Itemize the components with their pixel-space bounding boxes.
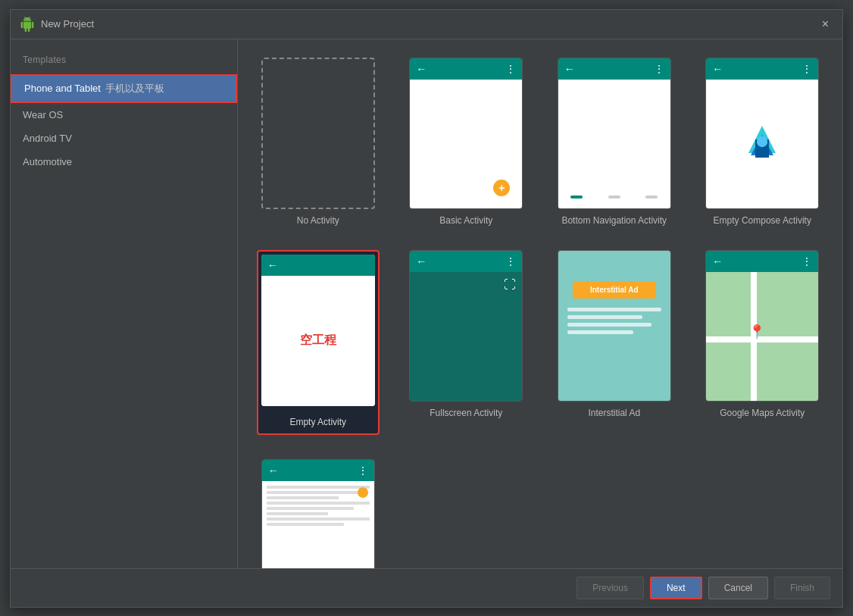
wear-os-label: Wear OS — [23, 109, 63, 120]
automotive-label: Automotive — [23, 156, 72, 167]
empty-top-bar: ← — [261, 255, 375, 276]
template-basic-activity[interactable]: ← ⋮ + Basic Activity — [398, 52, 535, 232]
interstitial-line-3 — [567, 323, 652, 327]
phone-tablet-label: Phone and Tablet — [24, 83, 101, 94]
interstitial-line-1 — [567, 308, 661, 311]
template-google-maps[interactable]: ← ⋮ 📍 Google Maps Activity — [695, 244, 831, 441]
scrolling-dots-icon: ⋮ — [358, 464, 368, 477]
bnav-top-bar: ← ⋮ — [558, 58, 670, 80]
fullscreen-dots-icon: ⋮ — [505, 255, 516, 267]
interstitial-lines — [567, 308, 661, 338]
next-button[interactable]: Next — [650, 577, 702, 599]
bnav-back-icon: ← — [564, 63, 575, 75]
cancel-button[interactable]: Cancel — [708, 577, 768, 599]
basic-body: + — [410, 80, 522, 208]
sidebar-item-phone-tablet-inner: Phone and Tablet 手机以及平板 — [24, 82, 164, 95]
phone-tablet-chinese: 手机以及平板 — [105, 82, 164, 95]
sidebar-item-automotive[interactable]: Automotive — [11, 150, 237, 174]
scroll-line-3 — [267, 496, 339, 499]
compose-top-bar: ← ⋮ — [706, 58, 818, 80]
compose-logo-icon — [739, 121, 785, 167]
previous-button[interactable]: Previous — [576, 577, 644, 599]
sidebar-item-android-tv[interactable]: Android TV — [11, 127, 237, 150]
sidebar-section-title: Templates — [11, 52, 237, 74]
basic-activity-label: Basic Activity — [439, 215, 492, 226]
empty-activity-preview: ← 空工程 — [261, 255, 375, 406]
android-icon — [20, 17, 35, 32]
maps-top-bar: ← ⋮ — [706, 251, 818, 272]
finish-button[interactable]: Finish — [774, 577, 830, 599]
no-activity-preview — [261, 58, 375, 209]
main-content: Templates Phone and Tablet 手机以及平板 Wear O… — [11, 39, 842, 568]
fullscreen-label: Fullscreen Activity — [430, 408, 502, 418]
sidebar-item-phone-tablet[interactable]: Phone and Tablet 手机以及平板 — [11, 74, 237, 103]
fullscreen-body: ⛶ — [410, 272, 522, 401]
new-project-dialog: New Project × Templates Phone and Tablet… — [10, 9, 843, 608]
empty-compose-preview: ← ⋮ — [705, 58, 819, 209]
scrolling-preview: ← ⋮ — [261, 459, 375, 568]
maps-label: Google Maps Activity — [720, 408, 805, 418]
maps-preview: ← ⋮ 📍 — [705, 250, 819, 402]
bottom-nav-preview: ← ⋮ — [558, 58, 671, 209]
interstitial-label: Interstitial Ad — [588, 408, 640, 418]
interstitial-banner: Interstitial Ad — [573, 281, 656, 299]
bnav-diagonal — [558, 80, 670, 186]
empty-activity-chinese-text: 空工程 — [300, 333, 336, 349]
title-bar: New Project × — [11, 10, 842, 39]
fab-icon: + — [493, 180, 510, 196]
basic-top-bar: ← ⋮ — [410, 58, 522, 80]
templates-grid: No Activity ← ⋮ + Basic Activity — [250, 52, 830, 568]
scrolling-fab — [358, 487, 368, 498]
scrolling-body — [262, 481, 374, 568]
dialog-title: New Project — [41, 18, 94, 30]
template-empty-compose[interactable]: ← ⋮ Empty Com — [695, 52, 831, 232]
sidebar: Templates Phone and Tablet 手机以及平板 Wear O… — [11, 39, 238, 568]
maps-body: 📍 — [706, 272, 818, 401]
android-tv-label: Android TV — [23, 133, 72, 144]
maps-back-icon: ← — [712, 255, 723, 267]
scroll-line-8 — [267, 523, 344, 526]
empty-activity-selected-wrapper: ← 空工程 Empty Activity — [257, 250, 380, 435]
empty-back-icon: ← — [267, 259, 278, 271]
compose-body — [706, 80, 818, 208]
interstitial-preview: Interstitial Ad — [558, 250, 671, 402]
basic-activity-preview: ← ⋮ + — [409, 58, 523, 209]
template-scrolling[interactable]: ← ⋮ — [250, 453, 386, 568]
compose-back-icon: ← — [712, 63, 723, 75]
sidebar-item-wear-os[interactable]: Wear OS — [11, 103, 237, 127]
content-area: No Activity ← ⋮ + Basic Activity — [238, 39, 842, 568]
scroll-line-1 — [267, 486, 370, 489]
bnav-bar — [558, 186, 670, 208]
fullscreen-preview: ← ⋮ ⛶ — [409, 250, 523, 402]
bnav-dot-3 — [645, 195, 658, 199]
back-arrow-icon: ← — [416, 63, 426, 75]
compose-dots-icon: ⋮ — [801, 63, 812, 75]
bnav-body — [558, 80, 670, 208]
empty-compose-label: Empty Compose Activity — [714, 215, 811, 226]
template-empty-activity[interactable]: ← 空工程 Empty Activity — [250, 244, 386, 441]
scroll-line-4 — [267, 502, 370, 505]
bnav-dots-icon: ⋮ — [654, 63, 664, 75]
template-no-activity[interactable]: No Activity — [250, 52, 386, 232]
footer: Previous Next Cancel Finish — [11, 568, 842, 607]
template-interstitial[interactable]: Interstitial Ad Interstitial Ad — [546, 244, 683, 441]
close-button[interactable]: × — [817, 16, 833, 33]
fullscreen-back-icon: ← — [416, 255, 426, 267]
template-bottom-nav[interactable]: ← ⋮ Bottom Navigation Activity — [546, 52, 683, 232]
expand-icon: ⛶ — [504, 278, 516, 292]
scroll-line-6 — [267, 512, 329, 515]
bnav-dot-2 — [608, 195, 620, 199]
scroll-line-2 — [267, 491, 359, 494]
menu-dots-icon: ⋮ — [505, 63, 516, 75]
scrolling-top-bar: ← ⋮ — [262, 460, 374, 481]
title-bar-left: New Project — [20, 17, 94, 32]
interstitial-line-4 — [567, 330, 633, 334]
map-pin-icon: 📍 — [748, 324, 765, 340]
scrolling-back-icon: ← — [268, 464, 279, 477]
maps-dots-icon: ⋮ — [801, 255, 812, 267]
scroll-line-5 — [267, 507, 355, 510]
interstitial-line-2 — [567, 315, 642, 319]
template-fullscreen[interactable]: ← ⋮ ⛶ Fullscreen Activity — [398, 244, 535, 441]
bnav-dot-1 — [570, 195, 583, 199]
bottom-nav-label: Bottom Navigation Activity — [561, 215, 667, 226]
